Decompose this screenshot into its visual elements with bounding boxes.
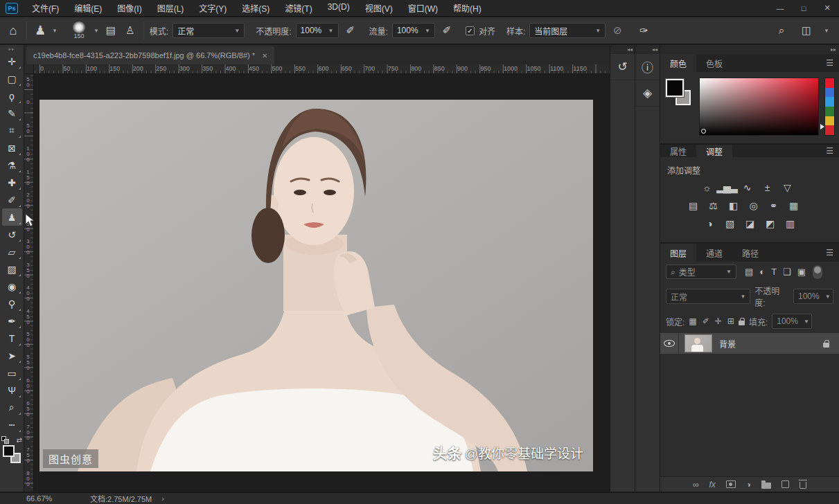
panel-menu-icon[interactable]: ☰ (820, 244, 839, 262)
brush-settings-panel-icon[interactable]: ▤ (103, 24, 118, 37)
lock-all-icon[interactable] (739, 321, 745, 325)
move-tool[interactable]: ✛ (2, 53, 22, 70)
layers-tab-2[interactable]: 路径 (732, 244, 768, 262)
exposure-icon[interactable]: ± (759, 181, 775, 194)
layer-lock-icon[interactable] (823, 343, 829, 348)
airbrush-icon[interactable]: ✐ (439, 24, 454, 37)
chevron-down-icon[interactable]: ▼ (94, 28, 99, 34)
vibrance-icon[interactable]: ▽ (779, 181, 795, 194)
layer-filter-search[interactable]: ⌕ 类型 ▼ (666, 264, 736, 279)
clone-stamp-preset-icon[interactable]: ♟ (33, 23, 48, 38)
layer-visibility-toggle[interactable] (660, 333, 679, 354)
chevron-down-icon[interactable]: ▼ (824, 28, 829, 34)
home-icon[interactable]: ⌂ (6, 24, 21, 38)
history-panel-button[interactable]: ↺ (610, 54, 635, 80)
invert-icon[interactable]: ◑ (702, 217, 717, 230)
brush-tool[interactable]: ✐ (2, 191, 22, 208)
color-field[interactable] (699, 78, 819, 136)
layers-tab-0[interactable]: 图层 (660, 244, 696, 262)
blur-tool[interactable]: ◉ (2, 278, 22, 295)
lock-position-icon[interactable]: ✛ (715, 316, 722, 326)
close-button[interactable]: ✕ (815, 1, 839, 16)
menu-item-8[interactable]: 视图(V) (358, 0, 400, 16)
brush-preset-picker[interactable]: 150 (69, 21, 89, 39)
menu-item-3[interactable]: 图层(L) (150, 0, 191, 16)
color-tab-0[interactable]: 颜色 (660, 54, 696, 72)
document-tab[interactable]: c19eb4b8-fce8-4315-a223-2bb7598bef1f.jpg… (26, 46, 274, 64)
tab-close-icon[interactable]: ✕ (262, 52, 267, 60)
quick-selection-tool[interactable]: ✎ (2, 105, 22, 122)
clone-stamp-tool[interactable]: ♟ (2, 208, 22, 226)
channel-mixer-icon[interactable]: ⚭ (766, 199, 781, 212)
maximize-button[interactable]: □ (792, 1, 815, 16)
lock-artboard-icon[interactable]: ⊞ (727, 316, 734, 326)
clone-source-panel-icon[interactable]: ♙ (123, 24, 138, 37)
layer-styles-icon[interactable]: fx (709, 480, 715, 489)
black-white-icon[interactable]: ◧ (725, 199, 741, 212)
frame-tool[interactable]: ⊠ (2, 139, 22, 156)
tablet-pressure-size-icon[interactable]: ✑ (636, 24, 651, 37)
zoom-tool[interactable]: ⌕ (2, 399, 22, 416)
layers-tab-1[interactable]: 通道 (696, 244, 732, 262)
menu-item-9[interactable]: 窗口(W) (401, 0, 445, 16)
color-tab-1[interactable]: 色板 (696, 54, 732, 72)
menu-item-10[interactable]: 帮助(H) (446, 0, 488, 16)
default-colors-icon[interactable] (1, 436, 9, 444)
lasso-tool[interactable]: ϙ (2, 87, 22, 105)
status-options-chevron[interactable]: › (161, 494, 164, 503)
link-layers-icon[interactable]: ∞ (693, 480, 699, 489)
info-panel-button[interactable]: ⓘ (635, 54, 660, 80)
hue-slider-marker[interactable] (820, 124, 824, 129)
type-tool[interactable]: T (2, 330, 22, 347)
add-layer-mask-icon[interactable] (726, 480, 736, 488)
horizontal-ruler[interactable]: 0501001502002503003504004505005506006507… (34, 64, 610, 74)
color-field-marker[interactable] (701, 129, 706, 134)
search-icon[interactable]: ⌕ (774, 24, 789, 37)
shape-tool[interactable]: ▭ (2, 364, 22, 381)
edit-toolbar[interactable]: ••• (2, 416, 22, 433)
threshold-icon[interactable]: ◪ (742, 217, 757, 230)
ignore-adjustment-layers-icon[interactable]: ⊘ (610, 24, 625, 37)
lock-transparency-icon[interactable]: ▦ (689, 316, 696, 326)
zoom-level-field[interactable]: 66.67% (26, 494, 75, 503)
posterize-icon[interactable]: ▧ (722, 217, 737, 230)
foreground-color-swatch[interactable] (3, 445, 15, 457)
swap-colors-icon[interactable]: ⇄ (17, 436, 22, 444)
eraser-tool[interactable]: ▱ (2, 243, 22, 260)
expand-panels-icon[interactable]: ◂◂ (610, 45, 635, 54)
pen-tool[interactable]: ✒ (2, 312, 22, 330)
hue-slider[interactable] (824, 78, 835, 136)
tools-panel-collapse-icon[interactable]: ▸▸ (8, 45, 15, 53)
collapse-dock-icon[interactable]: ▸▸ (660, 45, 839, 54)
panel-menu-icon[interactable]: ☰ (820, 54, 839, 72)
menu-item-7[interactable]: 3D(D) (321, 0, 357, 16)
flow-select[interactable]: 100% ▼ (392, 23, 435, 38)
fill-select[interactable]: 100% ▼ (772, 314, 812, 329)
workspace-switcher-icon[interactable]: ◫ (799, 24, 814, 37)
minimize-button[interactable]: — (768, 1, 792, 16)
path-selection-tool[interactable]: ➤ (2, 347, 22, 364)
gradient-map-icon[interactable]: ◩ (762, 217, 777, 230)
canvas-viewport[interactable]: 0501001502002503003504004505005506006507… (24, 64, 610, 492)
layer-filter-toggle[interactable] (813, 265, 822, 279)
mode-select[interactable]: 正常 ▼ (173, 23, 245, 38)
filter-adjustment-layers-icon[interactable]: ◐ (759, 267, 765, 277)
rectangular-marquee-tool[interactable]: ▢ (2, 70, 22, 87)
brightness-contrast-icon[interactable]: ☼ (699, 181, 714, 194)
panel-menu-icon[interactable]: ☰ (820, 145, 839, 157)
menu-item-5[interactable]: 选择(S) (235, 0, 276, 16)
hue-saturation-icon[interactable]: ▤ (685, 199, 700, 212)
eyedropper-tool[interactable]: ⚗ (2, 156, 22, 174)
color-swatches-widget[interactable] (3, 445, 21, 463)
dodge-tool[interactable]: ⚲ (2, 295, 22, 312)
sample-select[interactable]: 当前图层 ▼ (529, 23, 606, 38)
photo-filter-icon[interactable]: ◎ (745, 199, 761, 212)
adjustments-tab-1[interactable]: 调整 (696, 145, 732, 157)
expand-panels-icon[interactable]: ◂◂ (635, 45, 660, 54)
canvas-image[interactable]: 图虫创意 头条@教你零基础学设计 (39, 100, 593, 471)
filter-type-layers-icon[interactable]: T (771, 267, 777, 277)
foreground-color-swatch[interactable] (666, 79, 684, 97)
filter-smart-objects-icon[interactable]: ▣ (797, 267, 806, 277)
menu-item-2[interactable]: 图像(I) (110, 0, 148, 16)
curves-icon[interactable]: ∿ (739, 181, 754, 194)
